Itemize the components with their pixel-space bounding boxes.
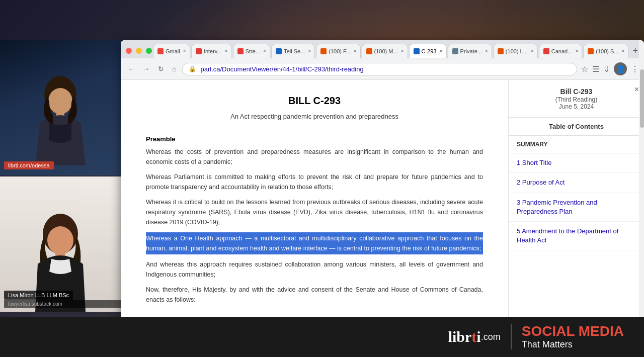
- tab-private-label: Private...: [460, 48, 482, 54]
- preamble-para-4: And whereas this approach requires susta…: [146, 259, 483, 280]
- toc-summary-label: SUMMARY: [509, 136, 644, 153]
- bill-title: BILL C-293: [146, 95, 483, 107]
- toc-item-2[interactable]: 2 Purpose of Act: [509, 173, 644, 193]
- toc-item-1-number: 1: [517, 159, 522, 166]
- video-2-label: Lisa Miron LLB LLM BSc lawyerlisa.substa…: [0, 290, 121, 308]
- banner-divider: [511, 324, 512, 349]
- bottom-banner: librti .com SOCIAL MEDIA That Matters: [0, 317, 644, 357]
- tab-c293[interactable]: C-293 ×: [409, 44, 447, 58]
- tab-private-close[interactable]: ×: [485, 48, 488, 54]
- scroll-bar[interactable]: [639, 80, 644, 332]
- tab-100l[interactable]: (100) L... ×: [493, 44, 538, 58]
- person-silhouette-1: [30, 75, 91, 165]
- tab-100s[interactable]: (100) S... ×: [583, 44, 628, 58]
- tell-favicon: [276, 48, 282, 54]
- tab-100f[interactable]: (100) F... ×: [316, 44, 360, 58]
- browser-chrome: Gmail × Interv... × Stre... × Tell Se...…: [121, 40, 644, 80]
- toc-section-title: Table of Contents: [509, 118, 644, 136]
- toc-item-3-number: 3: [517, 199, 522, 206]
- tab-c293-close[interactable]: ×: [439, 48, 442, 54]
- toc-item-2-number: 2: [517, 178, 522, 186]
- tab-100s-label: (100) S...: [596, 48, 618, 54]
- toc-item-5-number: 5: [517, 227, 522, 235]
- home-button[interactable]: ⌂: [170, 63, 178, 75]
- highlighted-paragraph: Whereas a One Health approach — a multis…: [146, 232, 483, 254]
- minimize-window-button[interactable]: [136, 48, 142, 54]
- close-window-button[interactable]: [126, 48, 132, 54]
- social-media-text-container: SOCIAL MEDIA That Matters: [522, 324, 624, 350]
- librti-logo-accent: t: [471, 328, 476, 345]
- preamble-heading: Preamble: [146, 135, 483, 143]
- c293-favicon: [414, 48, 420, 54]
- canad-favicon: [543, 48, 549, 54]
- reload-button[interactable]: ↻: [156, 63, 166, 75]
- toc-item-3[interactable]: 3 Pandemic Prevention and Preparedness P…: [509, 193, 644, 222]
- toc-reading: (Third Reading): [517, 96, 636, 103]
- tab-c293-label: C-293: [422, 48, 437, 54]
- browser-window: Gmail × Interv... × Stre... × Tell Se...…: [121, 40, 644, 332]
- tab-interv-close[interactable]: ×: [225, 48, 228, 54]
- video-1-label: librti.com/odessa: [0, 160, 121, 171]
- back-button[interactable]: ←: [126, 63, 137, 75]
- downloads-button[interactable]: ⇓: [603, 64, 610, 74]
- tab-100m-close[interactable]: ×: [401, 48, 404, 54]
- tab-canad[interactable]: Canad... ×: [539, 44, 583, 58]
- tab-tell-label: Tell Se...: [284, 48, 305, 54]
- tab-interv-label: Interv...: [204, 48, 222, 54]
- toc-item-5[interactable]: 5 Amendment to the Department of Health …: [509, 222, 644, 250]
- toc-close-button[interactable]: ×: [634, 85, 639, 94]
- stre-favicon: [237, 48, 244, 54]
- nav-bar: ← → ↻ ⌂ 🔒 parl.ca/DocumentViewer/en/44-1…: [121, 58, 644, 79]
- extensions-button[interactable]: ☰: [592, 64, 599, 74]
- preamble-para-5: Now, therefore, His Majesty, by and with…: [146, 285, 483, 305]
- toc-header: × Bill C-293 (Third Reading) June 5, 202…: [509, 80, 644, 118]
- tab-stre-label: Stre...: [246, 48, 260, 54]
- tab-100f-close[interactable]: ×: [354, 48, 357, 54]
- forward-button[interactable]: →: [141, 63, 152, 75]
- address-bar[interactable]: 🔒 parl.ca/DocumentViewer/en/44-1/bill/C-…: [182, 63, 577, 75]
- toc-item-1-label: Short Title: [522, 159, 552, 166]
- tab-stre[interactable]: Stre... ×: [233, 44, 270, 58]
- bill-subtitle: An Act respecting pandemic prevention an…: [146, 113, 483, 120]
- tab-gmail-close[interactable]: ×: [183, 48, 186, 54]
- private-favicon: [452, 48, 458, 54]
- preamble-para-1: Whereas the costs of prevention and prep…: [146, 147, 483, 167]
- tab-100l-close[interactable]: ×: [531, 48, 534, 54]
- tab-100s-close[interactable]: ×: [622, 48, 625, 54]
- 100l-favicon: [498, 48, 504, 54]
- bookmark-button[interactable]: ☆: [581, 64, 588, 74]
- document-area[interactable]: BILL C-293 An Act respecting pandemic pr…: [121, 80, 508, 332]
- tab-100f-label: (100) F...: [329, 48, 350, 54]
- librti-badge-1: librti.com/odessa: [4, 161, 54, 169]
- tab-interv[interactable]: Interv... ×: [191, 44, 232, 58]
- toc-date: June 5, 2024: [517, 103, 636, 110]
- profile-avatar[interactable]: 👤: [614, 62, 627, 75]
- scroll-thumb[interactable]: [640, 80, 644, 128]
- tab-stre-close[interactable]: ×: [263, 48, 266, 54]
- tab-100m[interactable]: (100) M... ×: [362, 44, 408, 58]
- url-text: parl.ca/DocumentViewer/en/44-1/bill/C-29…: [200, 65, 571, 73]
- preamble-para-3: Whereas it is critical to build on the l…: [146, 197, 483, 227]
- toc-item-3-label: Pandemic Prevention and Preparedness Pla…: [517, 199, 597, 215]
- tab-tell[interactable]: Tell Se... ×: [271, 44, 315, 58]
- tab-canad-close[interactable]: ×: [575, 48, 578, 54]
- video-sidebar: librti.com/odessa Lisa Miron LLB LLM BSc…: [0, 40, 121, 312]
- librti-logo-com: .com: [481, 332, 501, 342]
- toc-items-list: 1 Short Title 2 Purpose of Act 3 Pandemi…: [509, 153, 644, 332]
- browser-content: BILL C-293 An Act respecting pandemic pr…: [121, 80, 644, 332]
- video-feed-2: Lisa Miron LLB LLM BSc lawyerlisa.substa…: [0, 176, 121, 312]
- tab-bar: Gmail × Interv... × Stre... × Tell Se...…: [121, 40, 644, 58]
- menu-button[interactable]: ⋮: [631, 64, 639, 74]
- tab-tell-close[interactable]: ×: [308, 48, 311, 54]
- 100f-favicon: [320, 48, 327, 54]
- window-controls: [124, 48, 152, 54]
- tab-private[interactable]: Private... ×: [448, 44, 492, 58]
- tab-100m-label: (100) M...: [374, 48, 398, 54]
- 100m-favicon: [366, 48, 372, 54]
- toc-item-1[interactable]: 1 Short Title: [509, 153, 644, 173]
- toc-bill-title: Bill C-293: [517, 87, 636, 96]
- librti-logo-container: librti .com: [448, 328, 501, 345]
- tab-gmail[interactable]: Gmail ×: [153, 44, 190, 58]
- tab-100l-label: (100) L...: [506, 48, 528, 54]
- maximize-window-button[interactable]: [146, 48, 152, 54]
